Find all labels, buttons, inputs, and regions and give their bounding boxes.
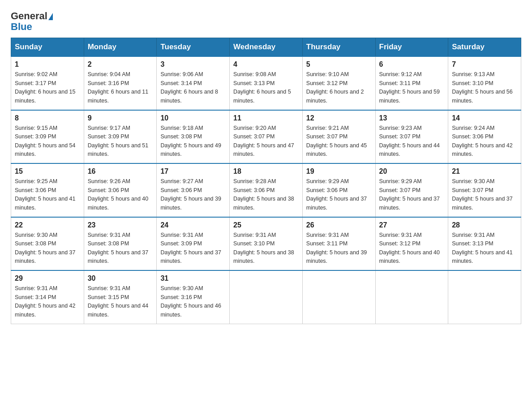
day-info: Sunrise: 9:26 AMSunset: 3:06 PMDaylight:… <box>88 177 153 212</box>
calendar-table: SundayMondayTuesdayWednesdayThursdayFrid… <box>11 38 521 324</box>
header-thursday: Thursday <box>302 38 375 57</box>
day-cell-11: 11Sunrise: 9:20 AMSunset: 3:07 PMDayligh… <box>230 110 303 164</box>
logo: General Blue <box>11 11 53 32</box>
day-number: 11 <box>233 114 299 122</box>
day-cell-27: 27Sunrise: 9:31 AMSunset: 3:12 PMDayligh… <box>375 217 448 271</box>
day-number: 26 <box>306 221 372 229</box>
empty-cell <box>230 270 303 324</box>
day-number: 2 <box>88 60 153 68</box>
empty-cell <box>302 270 375 324</box>
day-info: Sunrise: 9:30 AMSunset: 3:08 PMDaylight:… <box>15 231 80 266</box>
day-info: Sunrise: 9:08 AMSunset: 3:13 PMDaylight:… <box>233 70 299 105</box>
day-info: Sunrise: 9:31 AMSunset: 3:12 PMDaylight:… <box>379 231 445 266</box>
day-cell-26: 26Sunrise: 9:31 AMSunset: 3:11 PMDayligh… <box>302 217 375 271</box>
header-wednesday: Wednesday <box>230 38 303 57</box>
week-row-4: 22Sunrise: 9:30 AMSunset: 3:08 PMDayligh… <box>11 217 521 271</box>
day-number: 27 <box>379 221 445 229</box>
day-cell-10: 10Sunrise: 9:18 AMSunset: 3:08 PMDayligh… <box>157 110 230 164</box>
day-cell-9: 9Sunrise: 9:17 AMSunset: 3:09 PMDaylight… <box>84 110 157 164</box>
day-info: Sunrise: 9:24 AMSunset: 3:06 PMDaylight:… <box>452 124 517 159</box>
day-info: Sunrise: 9:31 AMSunset: 3:09 PMDaylight:… <box>160 231 226 266</box>
day-cell-8: 8Sunrise: 9:15 AMSunset: 3:09 PMDaylight… <box>11 110 84 164</box>
day-info: Sunrise: 9:31 AMSunset: 3:08 PMDaylight:… <box>88 231 153 266</box>
day-number: 10 <box>160 114 226 122</box>
day-cell-6: 6Sunrise: 9:12 AMSunset: 3:11 PMDaylight… <box>375 56 448 110</box>
day-info: Sunrise: 9:21 AMSunset: 3:07 PMDaylight:… <box>306 124 372 159</box>
day-cell-12: 12Sunrise: 9:21 AMSunset: 3:07 PMDayligh… <box>302 110 375 164</box>
day-cell-2: 2Sunrise: 9:04 AMSunset: 3:16 PMDaylight… <box>84 56 157 110</box>
day-info: Sunrise: 9:23 AMSunset: 3:07 PMDaylight:… <box>379 124 445 159</box>
day-number: 31 <box>160 274 226 283</box>
page-header: General Blue <box>11 11 521 32</box>
day-info: Sunrise: 9:30 AMSunset: 3:16 PMDaylight:… <box>160 284 226 319</box>
day-number: 5 <box>306 60 372 68</box>
day-info: Sunrise: 9:04 AMSunset: 3:16 PMDaylight:… <box>88 70 153 105</box>
day-number: 20 <box>379 167 445 176</box>
day-number: 25 <box>233 221 299 229</box>
day-number: 4 <box>233 60 299 68</box>
day-cell-22: 22Sunrise: 9:30 AMSunset: 3:08 PMDayligh… <box>11 217 84 271</box>
day-info: Sunrise: 9:10 AMSunset: 3:12 PMDaylight:… <box>306 70 372 105</box>
day-number: 3 <box>160 60 226 68</box>
day-cell-19: 19Sunrise: 9:29 AMSunset: 3:06 PMDayligh… <box>302 163 375 217</box>
day-number: 13 <box>379 114 445 122</box>
day-number: 7 <box>452 60 517 68</box>
header-tuesday: Tuesday <box>157 38 230 57</box>
day-number: 29 <box>15 274 80 283</box>
day-number: 9 <box>88 114 153 122</box>
day-info: Sunrise: 9:29 AMSunset: 3:07 PMDaylight:… <box>379 177 445 212</box>
day-cell-14: 14Sunrise: 9:24 AMSunset: 3:06 PMDayligh… <box>448 110 521 164</box>
logo-triangle-icon <box>48 13 53 20</box>
day-cell-3: 3Sunrise: 9:06 AMSunset: 3:14 PMDaylight… <box>157 56 230 110</box>
week-row-1: 1Sunrise: 9:02 AMSunset: 3:17 PMDaylight… <box>11 56 521 110</box>
week-row-5: 29Sunrise: 9:31 AMSunset: 3:14 PMDayligh… <box>11 270 521 324</box>
day-info: Sunrise: 9:31 AMSunset: 3:15 PMDaylight:… <box>88 284 153 319</box>
day-cell-23: 23Sunrise: 9:31 AMSunset: 3:08 PMDayligh… <box>84 217 157 271</box>
day-cell-15: 15Sunrise: 9:25 AMSunset: 3:06 PMDayligh… <box>11 163 84 217</box>
day-cell-30: 30Sunrise: 9:31 AMSunset: 3:15 PMDayligh… <box>84 270 157 324</box>
day-cell-29: 29Sunrise: 9:31 AMSunset: 3:14 PMDayligh… <box>11 270 84 324</box>
day-number: 19 <box>306 167 372 176</box>
day-info: Sunrise: 9:25 AMSunset: 3:06 PMDaylight:… <box>15 177 80 212</box>
day-info: Sunrise: 9:13 AMSunset: 3:10 PMDaylight:… <box>452 70 517 105</box>
day-number: 8 <box>15 114 80 122</box>
day-info: Sunrise: 9:15 AMSunset: 3:09 PMDaylight:… <box>15 124 80 159</box>
day-cell-21: 21Sunrise: 9:30 AMSunset: 3:07 PMDayligh… <box>448 163 521 217</box>
logo-blue: Blue <box>11 21 32 32</box>
day-info: Sunrise: 9:31 AMSunset: 3:13 PMDaylight:… <box>452 231 517 266</box>
day-number: 18 <box>233 167 299 176</box>
day-cell-17: 17Sunrise: 9:27 AMSunset: 3:06 PMDayligh… <box>157 163 230 217</box>
day-info: Sunrise: 9:12 AMSunset: 3:11 PMDaylight:… <box>379 70 445 105</box>
day-info: Sunrise: 9:31 AMSunset: 3:10 PMDaylight:… <box>233 231 299 266</box>
day-cell-18: 18Sunrise: 9:28 AMSunset: 3:06 PMDayligh… <box>230 163 303 217</box>
day-cell-5: 5Sunrise: 9:10 AMSunset: 3:12 PMDaylight… <box>302 56 375 110</box>
day-cell-20: 20Sunrise: 9:29 AMSunset: 3:07 PMDayligh… <box>375 163 448 217</box>
day-cell-28: 28Sunrise: 9:31 AMSunset: 3:13 PMDayligh… <box>448 217 521 271</box>
day-number: 17 <box>160 167 226 176</box>
day-number: 6 <box>379 60 445 68</box>
day-info: Sunrise: 9:17 AMSunset: 3:09 PMDaylight:… <box>88 124 153 159</box>
day-info: Sunrise: 9:20 AMSunset: 3:07 PMDaylight:… <box>233 124 299 159</box>
week-row-3: 15Sunrise: 9:25 AMSunset: 3:06 PMDayligh… <box>11 163 521 217</box>
day-number: 1 <box>15 60 80 68</box>
day-info: Sunrise: 9:02 AMSunset: 3:17 PMDaylight:… <box>15 70 80 105</box>
empty-cell <box>375 270 448 324</box>
day-info: Sunrise: 9:18 AMSunset: 3:08 PMDaylight:… <box>160 124 226 159</box>
day-number: 14 <box>452 114 517 122</box>
day-number: 23 <box>88 221 153 229</box>
day-cell-24: 24Sunrise: 9:31 AMSunset: 3:09 PMDayligh… <box>157 217 230 271</box>
day-number: 30 <box>88 274 153 283</box>
day-cell-16: 16Sunrise: 9:26 AMSunset: 3:06 PMDayligh… <box>84 163 157 217</box>
day-info: Sunrise: 9:27 AMSunset: 3:06 PMDaylight:… <box>160 177 226 212</box>
day-info: Sunrise: 9:29 AMSunset: 3:06 PMDaylight:… <box>306 177 372 212</box>
header-friday: Friday <box>375 38 448 57</box>
day-info: Sunrise: 9:31 AMSunset: 3:11 PMDaylight:… <box>306 231 372 266</box>
header-monday: Monday <box>84 38 157 57</box>
day-number: 12 <box>306 114 372 122</box>
day-cell-1: 1Sunrise: 9:02 AMSunset: 3:17 PMDaylight… <box>11 56 84 110</box>
day-info: Sunrise: 9:30 AMSunset: 3:07 PMDaylight:… <box>452 177 517 212</box>
day-number: 24 <box>160 221 226 229</box>
logo-general: General <box>11 10 47 21</box>
day-cell-25: 25Sunrise: 9:31 AMSunset: 3:10 PMDayligh… <box>230 217 303 271</box>
day-number: 21 <box>452 167 517 176</box>
